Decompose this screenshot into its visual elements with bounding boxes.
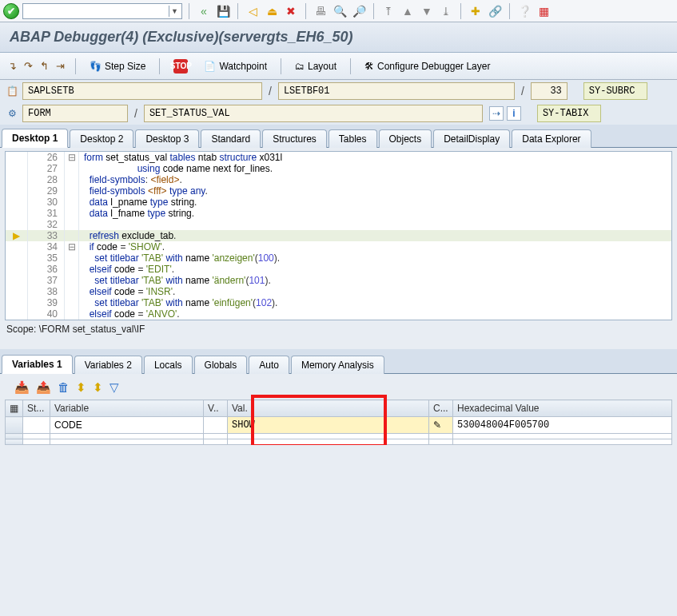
program-icon[interactable]: 📋 — [5, 84, 19, 98]
info-icon[interactable]: i — [507, 106, 521, 121]
var-tab-globals[interactable]: Globals — [194, 356, 248, 374]
edit-value-icon[interactable]: ✎ — [429, 417, 453, 434]
tab-standard[interactable]: Standard — [201, 129, 261, 148]
find-next-icon[interactable]: 🔎 — [351, 3, 367, 19]
layout-button[interactable]: 🗂 Layout — [289, 58, 342, 75]
new-session-icon[interactable]: ✚ — [468, 3, 484, 19]
tab-objects[interactable]: Objects — [379, 129, 432, 148]
var-tab-locals[interactable]: Locals — [144, 356, 193, 374]
step-over-icon[interactable]: ↷ — [21, 59, 35, 74]
col-hex[interactable]: Hexadecimal Value — [453, 400, 672, 417]
col-vtype[interactable]: V.. — [204, 400, 228, 417]
col-change[interactable]: C... — [429, 400, 453, 417]
tab-desktop-1[interactable]: Desktop 1 — [2, 129, 68, 148]
nav-icon[interactable]: ⇢ — [489, 106, 504, 121]
step-size-button[interactable]: 👣 Step Size — [84, 58, 151, 75]
tab-detaildisplay[interactable]: DetailDisplay — [433, 129, 510, 148]
settings-icon[interactable]: ⚙ — [5, 106, 19, 121]
filter-icon[interactable]: ▽ — [110, 380, 119, 395]
code-line[interactable]: 29 field-symbols <fff> type any. — [6, 185, 671, 197]
print-icon[interactable]: 🖶 — [313, 3, 329, 19]
trash-icon[interactable]: 🗑 — [58, 380, 70, 395]
code-line[interactable]: 34⊟ if code = 'SHOW'. — [6, 241, 671, 252]
find-icon[interactable]: 🔍 — [332, 3, 348, 19]
stop-button[interactable]: STOP — [168, 56, 193, 77]
line-field[interactable]: 33 — [531, 82, 567, 100]
col-variable[interactable]: Variable — [50, 400, 204, 417]
empty-cell[interactable] — [228, 439, 429, 445]
last-page-icon[interactable]: ⤓ — [438, 3, 454, 19]
grid-corner[interactable]: ▦ — [6, 400, 23, 417]
back-icon[interactable]: « — [196, 3, 212, 19]
code-line[interactable]: ▶33 refresh exclude_tab. — [6, 230, 671, 241]
empty-cell[interactable] — [50, 439, 204, 445]
delete-var-icon[interactable]: 📤 — [36, 380, 51, 395]
cancel-icon[interactable]: ✖ — [283, 3, 299, 19]
code-line[interactable]: 26⊟form set_status_val tables ntab struc… — [6, 152, 671, 163]
continue-icon[interactable]: ⇥ — [53, 59, 67, 74]
empty-cell[interactable] — [453, 439, 672, 445]
empty-cell[interactable] — [429, 434, 453, 439]
var-tab-variables-1[interactable]: Variables 1 — [2, 355, 73, 374]
code-line[interactable]: 35 set titlebar 'TAB' with name 'anzeige… — [6, 252, 671, 264]
exit-icon[interactable]: ⏏ — [264, 3, 280, 19]
table-row[interactable] — [6, 434, 672, 439]
code-line[interactable]: 32 — [6, 219, 671, 230]
tab-tables[interactable]: Tables — [329, 129, 377, 148]
code-line[interactable]: 28 field-symbols: <field>. — [6, 174, 671, 185]
insert-var-icon[interactable]: 📥 — [14, 380, 30, 395]
var-tab-variables-2[interactable]: Variables 2 — [74, 356, 142, 374]
shortcut-icon[interactable]: 🔗 — [487, 3, 503, 19]
step-into-icon[interactable]: ↴ — [5, 59, 19, 74]
first-page-icon[interactable]: ⤒ — [380, 3, 396, 19]
empty-cell[interactable] — [23, 439, 50, 445]
code-line[interactable]: 30 data l_pname type string. — [6, 197, 671, 208]
empty-cell[interactable] — [429, 439, 453, 445]
ok-button[interactable]: ✔ — [3, 3, 19, 19]
code-line[interactable]: 37 set titlebar 'TAB' with name 'ändern'… — [6, 275, 671, 286]
chevron-down-icon[interactable]: ▼ — [169, 6, 180, 17]
fold-icon[interactable]: ⊟ — [65, 241, 79, 252]
empty-cell[interactable] — [453, 434, 672, 439]
step-out-icon[interactable]: ↰ — [37, 59, 51, 74]
empty-cell[interactable] — [204, 434, 228, 439]
command-field[interactable]: ▼ — [22, 3, 182, 19]
tab-structures[interactable]: Structures — [262, 129, 327, 148]
code-line[interactable]: 31 data l_fname type string. — [6, 208, 671, 219]
table-row[interactable]: CODESHOW✎530048004F005700 — [6, 417, 672, 434]
fold-icon[interactable]: ⊟ — [65, 152, 79, 163]
var-tab-memory-analysis[interactable]: Memory Analysis — [291, 356, 384, 374]
code-editor[interactable]: 26⊟form set_status_val tables ntab struc… — [6, 152, 671, 320]
event-field[interactable]: FORM — [22, 105, 128, 122]
back-page-icon[interactable]: ◁ — [245, 3, 261, 19]
code-line[interactable]: 27 using code name next for_lines. — [6, 163, 671, 174]
prev-page-icon[interactable]: ▲ — [400, 3, 416, 19]
cell-value[interactable]: SHOW — [228, 417, 429, 434]
empty-cell[interactable] — [228, 434, 429, 439]
row-selector[interactable] — [6, 417, 23, 434]
col-status[interactable]: St... — [23, 400, 50, 417]
empty-cell[interactable] — [50, 434, 204, 439]
tab-desktop-2[interactable]: Desktop 2 — [70, 129, 133, 148]
save-icon[interactable]: 💾 — [215, 3, 231, 19]
next-page-icon[interactable]: ▼ — [419, 3, 435, 19]
cell-variable[interactable]: CODE — [50, 417, 204, 434]
configure-layer-button[interactable]: 🛠 Configure Debugger Layer — [359, 58, 496, 75]
code-line[interactable]: 38 elseif code = 'INSR'. — [6, 286, 671, 297]
tab-data-explorer[interactable]: Data Explorer — [512, 129, 591, 148]
program-field[interactable]: SAPLSETB — [22, 82, 262, 100]
layout-menu-icon[interactable]: ▦ — [536, 3, 552, 19]
tab-desktop-3[interactable]: Desktop 3 — [135, 129, 199, 148]
code-line[interactable]: 40 elseif code = 'ANVO'. — [6, 308, 671, 320]
routine-field[interactable]: SET_STATUS_VAL — [144, 105, 483, 122]
table-row[interactable] — [6, 439, 672, 445]
help-icon[interactable]: ❔ — [516, 3, 532, 19]
row-selector[interactable] — [6, 439, 23, 445]
sort-asc-icon[interactable]: ⬍ — [76, 380, 86, 395]
empty-cell[interactable] — [204, 439, 228, 445]
col-value[interactable]: Val. — [228, 400, 429, 417]
include-field[interactable]: LSETBF01 — [278, 82, 515, 100]
code-line[interactable]: 36 elseif code = 'EDIT'. — [6, 264, 671, 275]
sort-desc-icon[interactable]: ⬍ — [93, 380, 103, 395]
row-selector[interactable] — [6, 434, 23, 439]
